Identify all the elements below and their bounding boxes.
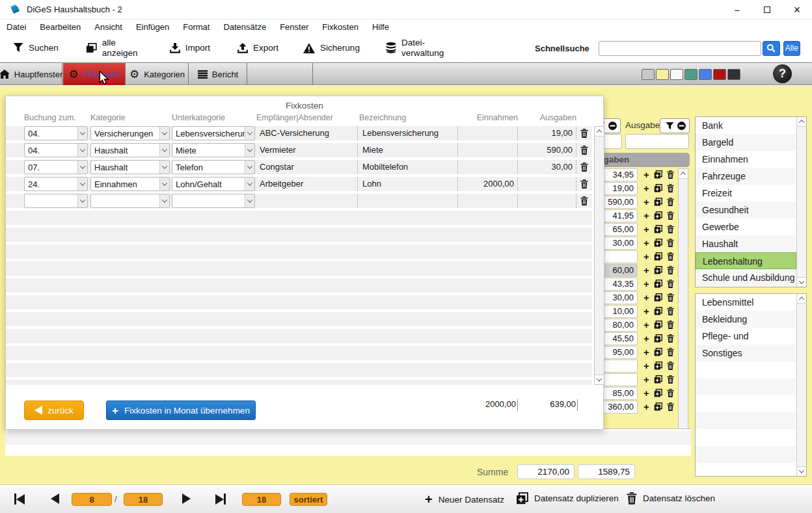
- category-item[interactable]: Bargeld: [696, 134, 796, 151]
- trash-icon[interactable]: [667, 402, 674, 411]
- new-record-button[interactable]: + Neuer Datensatz: [425, 492, 504, 506]
- tab-kategorien[interactable]: ⚙ Kategorien: [126, 63, 189, 85]
- color-swatch[interactable]: [670, 69, 683, 80]
- trash-icon[interactable]: [667, 307, 674, 315]
- einnahmen-cell[interactable]: [458, 160, 518, 174]
- plus-icon[interactable]: +: [643, 224, 649, 234]
- plus-icon[interactable]: +: [643, 252, 649, 261]
- bezeichnung-cell[interactable]: Miete: [359, 143, 458, 157]
- scroll-down-button[interactable]: [797, 466, 806, 476]
- delete-record-button[interactable]: Datensatz löschen: [627, 492, 715, 505]
- duplicate-record-button[interactable]: Datensatz duplizieren: [516, 492, 619, 505]
- minus-circle-icon[interactable]: [608, 122, 617, 130]
- trash-icon[interactable]: [667, 239, 674, 247]
- plus-icon[interactable]: +: [643, 293, 649, 302]
- kategorie-select[interactable]: Haushalt: [90, 160, 170, 174]
- search-button[interactable]: Suchen: [13, 43, 59, 53]
- help-button[interactable]: ?: [773, 64, 792, 83]
- plus-icon[interactable]: +: [643, 197, 649, 207]
- import-button[interactable]: Import: [170, 43, 210, 53]
- scroll-down-button[interactable]: [595, 375, 604, 384]
- duplicate-icon[interactable]: [654, 280, 662, 288]
- maximize-button[interactable]: [752, 0, 782, 20]
- ausgaben-cell[interactable]: 590,00: [518, 143, 576, 157]
- ausgaben-cell[interactable]: 19,00: [518, 126, 576, 140]
- trash-icon[interactable]: [667, 321, 674, 329]
- category-item[interactable]: Gewerbe: [696, 218, 796, 235]
- category-item[interactable]: Freizeit: [696, 185, 796, 202]
- duplicate-icon[interactable]: [654, 389, 662, 397]
- trash-icon[interactable]: [667, 293, 674, 302]
- unterkategorie-select[interactable]: Lebensversicherun: [172, 126, 255, 140]
- bezeichnung-cell[interactable]: Mobiltelefon: [359, 160, 458, 174]
- trash-icon[interactable]: [667, 375, 674, 384]
- scroll-up-button[interactable]: [797, 117, 806, 127]
- file-management-button[interactable]: Datei-verwaltung: [386, 38, 453, 58]
- total-records-field[interactable]: 18: [242, 493, 281, 506]
- kategorie-select[interactable]: Einnahmen: [90, 177, 170, 191]
- category-scrollbar[interactable]: [796, 117, 806, 287]
- duplicate-icon[interactable]: [654, 170, 662, 179]
- einnahmen-cell[interactable]: [458, 143, 518, 157]
- bezeichnung-cell[interactable]: [359, 194, 458, 208]
- buchung-select[interactable]: 07.: [24, 160, 88, 174]
- unterkategorie-select[interactable]: Telefon: [172, 160, 255, 174]
- plus-icon[interactable]: +: [643, 183, 649, 193]
- menu-item[interactable]: Hilfe: [372, 22, 389, 32]
- empfaenger-cell[interactable]: ABC-Versicherung: [256, 126, 358, 140]
- empfaenger-cell[interactable]: [256, 194, 358, 208]
- show-all-button[interactable]: alle anzeigen: [86, 38, 144, 58]
- category-item[interactable]: Gesundheit: [696, 202, 796, 218]
- category-item[interactable]: Bank: [696, 117, 796, 134]
- apply-fixkosten-button[interactable]: + Fixkosten in Monat übernehmen: [106, 401, 256, 420]
- trash-icon[interactable]: [667, 348, 674, 356]
- plus-icon[interactable]: +: [643, 211, 649, 220]
- menu-item[interactable]: Fixkosten: [322, 22, 359, 32]
- bezeichnung-cell[interactable]: Lohn: [359, 177, 458, 191]
- category-item[interactable]: Schule und Ausbildung: [696, 269, 796, 286]
- menu-item[interactable]: Ansicht: [94, 22, 122, 32]
- ausgaben-cell[interactable]: [518, 194, 576, 208]
- plus-icon[interactable]: +: [643, 375, 649, 384]
- export-button[interactable]: Export: [237, 43, 278, 53]
- duplicate-icon[interactable]: [654, 211, 662, 220]
- buchung-select[interactable]: 04.: [24, 143, 88, 157]
- duplicate-icon[interactable]: [654, 293, 662, 302]
- trash-icon[interactable]: [667, 225, 674, 233]
- einnahmen-cell[interactable]: 2000,00: [458, 177, 518, 191]
- tab-fixkosten[interactable]: ⚙ Fixkosten: [63, 63, 126, 85]
- duplicate-icon[interactable]: [654, 348, 662, 356]
- amounts-scrollbar[interactable]: [678, 168, 688, 456]
- next-record-button[interactable]: [182, 493, 191, 504]
- kategorie-select[interactable]: [90, 194, 170, 208]
- tab-hauptfenster[interactable]: Hauptfenster: [0, 63, 62, 85]
- trash-icon[interactable]: [667, 170, 674, 179]
- trash-icon[interactable]: [667, 389, 674, 397]
- ausgaben-cell[interactable]: 30,00: [518, 160, 576, 174]
- duplicate-icon[interactable]: [654, 225, 662, 233]
- plus-icon[interactable]: +: [643, 170, 649, 179]
- empfaenger-cell[interactable]: Vermieter: [256, 143, 358, 157]
- record-count-field[interactable]: 18: [124, 493, 163, 506]
- duplicate-icon[interactable]: [654, 198, 662, 206]
- einnahmen-cell[interactable]: [458, 126, 518, 140]
- plus-icon[interactable]: +: [643, 320, 649, 330]
- last-record-button[interactable]: [215, 493, 226, 505]
- backup-button[interactable]: Sicherung: [303, 43, 360, 53]
- trash-icon[interactable]: [580, 179, 592, 189]
- scroll-up-button[interactable]: [595, 127, 604, 137]
- duplicate-icon[interactable]: [654, 375, 662, 384]
- sorted-button[interactable]: sortiert: [290, 493, 327, 506]
- buchung-select[interactable]: 24.: [24, 177, 88, 191]
- category-item[interactable]: Lebenshaltung: [696, 252, 796, 269]
- menu-item[interactable]: Fenster: [280, 22, 308, 32]
- plus-icon[interactable]: +: [643, 388, 649, 398]
- duplicate-icon[interactable]: [654, 266, 662, 274]
- trash-icon[interactable]: [667, 184, 674, 192]
- close-button[interactable]: ×: [782, 0, 812, 20]
- subcategory-item[interactable]: Lebensmittel: [696, 294, 796, 311]
- tab-bericht[interactable]: Bericht: [189, 63, 247, 85]
- minus-circle-icon[interactable]: [677, 122, 686, 130]
- trash-icon[interactable]: [580, 196, 592, 205]
- unterkategorie-select[interactable]: [172, 194, 255, 208]
